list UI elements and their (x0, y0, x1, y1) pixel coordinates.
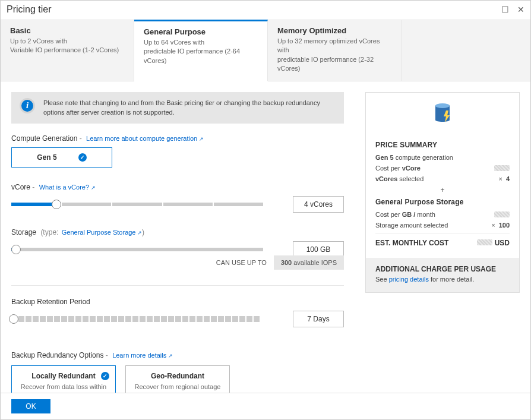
close-icon[interactable]: ✕ (517, 5, 524, 14)
additional-charge-section: ADDITIONAL CHARGE PER USAGE See pricing … (366, 258, 519, 292)
storage-slider-thumb[interactable] (11, 245, 21, 254)
price-summary-card: PRICE SUMMARY Gen 5 compute generation C… (365, 92, 520, 293)
tier-tabs: Basic Up to 2 vCores with Variable IO pe… (1, 20, 530, 81)
storage-slider[interactable] (11, 248, 263, 251)
vcore-slider[interactable] (11, 203, 263, 206)
tab-basic-sub2: Variable IO performance (1-2 vCores) (10, 46, 124, 55)
tab-mo-sub2: predictable IO performance (2-32 vCores) (277, 55, 391, 74)
tab-basic-title: Basic (10, 26, 124, 35)
info-icon: i (20, 98, 35, 113)
maximize-icon[interactable]: ☐ (501, 5, 509, 14)
footer: OK (1, 393, 530, 419)
tab-general-purpose[interactable]: General Purpose Up to 64 vCores with pre… (134, 20, 268, 81)
redundancy-local-title: Locally Redundant (31, 372, 95, 380)
redacted-price (494, 211, 510, 217)
check-icon (78, 153, 87, 162)
retention-slider[interactable] (11, 316, 263, 322)
gen5-option[interactable]: Gen 5 (11, 147, 112, 168)
ok-button[interactable]: OK (11, 399, 50, 413)
tab-basic-sub1: Up to 2 vCores with (10, 37, 124, 46)
iops-indicator: CAN USE UP TO 300 available IOPS (11, 255, 344, 270)
redacted-price (477, 239, 492, 245)
window-title: Pricing tier (7, 4, 52, 15)
vcore-slider-thumb[interactable] (52, 200, 61, 209)
tab-basic[interactable]: Basic Up to 2 vCores with Variable IO pe… (1, 20, 134, 81)
retention-value-box[interactable]: 7 Days (293, 311, 344, 327)
tab-mo-sub1: Up to 32 memory optimized vCores with (277, 37, 391, 55)
retention-label: Backup Retention Period (11, 298, 344, 306)
redundancy-learn-link[interactable]: Learn more details (112, 352, 173, 359)
tab-memory-optimized[interactable]: Memory Optimized Up to 32 memory optimiz… (268, 20, 402, 81)
vcore-label: vCore - What is a vCore? (11, 183, 344, 191)
compute-gen-label: Compute Generation - Learn more about co… (11, 134, 344, 143)
database-icon (366, 93, 519, 131)
storage-label: Storage (type: General Purpose Storage) (11, 228, 344, 236)
est-monthly-cost: EST. MONTHLY COST USD (375, 233, 510, 250)
vcore-learn-link[interactable]: What is a vCore? (39, 184, 96, 191)
gen5-label: Gen 5 (37, 153, 56, 162)
titlebar: Pricing tier ☐ ✕ (1, 1, 530, 20)
tab-mo-title: Memory Optimized (277, 26, 391, 35)
redundancy-geo-title: Geo-Redundant (151, 372, 204, 380)
pricing-details-link[interactable]: pricing details (389, 276, 429, 283)
storage-selected-value: 100 (499, 222, 510, 229)
tab-gp-sub2: predictable IO performance (2-64 vCores) (144, 47, 258, 65)
pricing-tier-window: Pricing tier ☐ ✕ Basic Up to 2 vCores wi… (0, 0, 531, 420)
tab-gp-sub1: Up to 64 vCores with (144, 38, 258, 47)
plus-icon: + (375, 186, 510, 194)
storage-heading: General Purpose Storage (375, 198, 510, 206)
info-text: Please note that changing to and from th… (43, 98, 336, 118)
redundancy-label: Backup Redundancy Options - Learn more d… (11, 351, 344, 359)
vcore-value-box[interactable]: 4 vCores (293, 196, 344, 213)
price-summary-heading: PRICE SUMMARY (375, 141, 510, 149)
compute-gen-learn-link[interactable]: Learn more about compute generation (86, 135, 204, 142)
tab-gp-title: General Purpose (144, 27, 258, 36)
check-icon (101, 372, 109, 380)
info-banner: i Please note that changing to and from … (11, 92, 344, 124)
storage-type-link[interactable]: General Purpose Storage (62, 229, 142, 236)
redacted-price (494, 165, 510, 171)
svg-point-0 (435, 103, 450, 108)
vcores-selected-value: 4 (506, 175, 510, 182)
retention-slider-thumb[interactable] (9, 314, 18, 324)
